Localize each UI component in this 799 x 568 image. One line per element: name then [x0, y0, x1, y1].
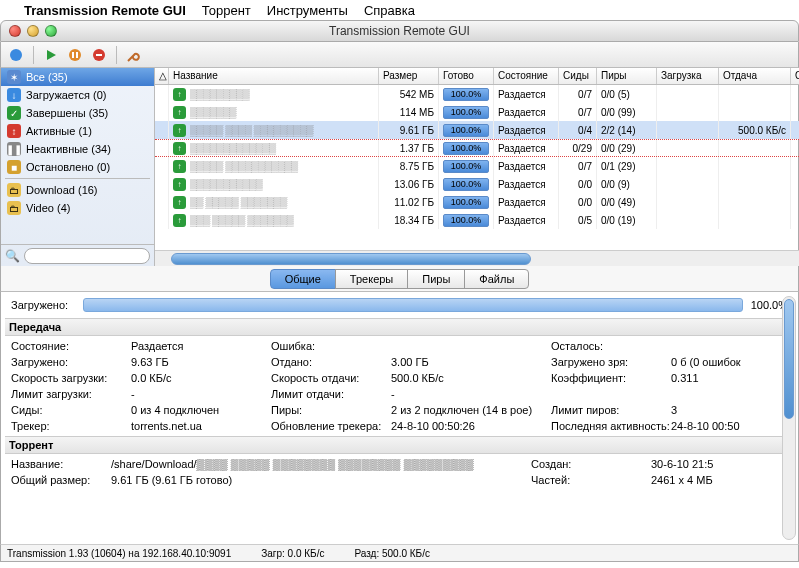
cell-size: 114 МБ [379, 103, 439, 121]
seed-icon: ↑ [173, 160, 186, 173]
cell-seeds: 0/7 [559, 85, 597, 103]
dllimit-v: - [131, 388, 135, 400]
col-sort[interactable]: △ [155, 68, 169, 84]
col-size[interactable]: Размер [379, 68, 439, 84]
state-value: Раздается [131, 340, 183, 352]
created-k: Создан: [531, 458, 651, 470]
column-headers: △ Название Размер Готово Состояние Сиды … [155, 68, 799, 85]
lastact-v: 24-8-10 00:50 [671, 420, 740, 432]
torrent-name: ▒▒▒▒▒ ▒▒▒▒ ▒▒▒▒▒▒▒▒▒ [190, 125, 313, 136]
sidebar-filter[interactable]: ❚❚Неактивные (34) [1, 140, 154, 158]
cell-ul: 500.0 КБ/с [719, 121, 791, 139]
folder-icon: 🗀 [7, 201, 21, 215]
seed-icon: ↑ [173, 106, 186, 119]
ratio-k: Коэффициент: [551, 372, 671, 384]
horizontal-scrollbar[interactable] [155, 250, 799, 266]
cell-peers: 0/0 (99) [597, 103, 657, 121]
svg-marker-1 [47, 50, 56, 60]
svg-rect-4 [76, 52, 78, 58]
state-label: Состояние: [11, 340, 131, 352]
menu-help[interactable]: Справка [364, 3, 415, 18]
seed-icon: ↑ [173, 124, 186, 137]
table-row[interactable]: ↑▒▒▒ ▒▒▒▒▒ ▒▒▒▒▒▒▒ 18.34 ГБ 100.0% Разда… [155, 211, 799, 229]
remove-icon[interactable] [90, 46, 108, 64]
dllimit-k: Лимит загрузки: [11, 388, 131, 400]
ulspeed-v: 500.0 КБ/с [391, 372, 444, 384]
menu-tools[interactable]: Инструменты [267, 3, 348, 18]
col-done[interactable]: Готово [439, 68, 494, 84]
tab-files[interactable]: Файлы [464, 269, 529, 289]
table-row[interactable]: ↑▒▒▒▒▒▒▒▒▒▒▒ 13.06 ГБ 100.0% Раздается 0… [155, 175, 799, 193]
tab-general[interactable]: Общие [270, 269, 336, 289]
sidebar-filter[interactable]: ■Остановлено (0) [1, 158, 154, 176]
seed-icon: ↑ [173, 178, 186, 191]
table-row[interactable]: ↑▒▒ ▒▒▒▒▒ ▒▒▒▒▒▒▒ 11.02 ГБ 100.0% Раздае… [155, 193, 799, 211]
lastact-k: Последняя активность: [551, 420, 671, 432]
table-row[interactable]: ↑▒▒▒▒▒ ▒▒▒▒▒▒▒▒▒▒▒ 8.75 ГБ 100.0% Раздае… [155, 157, 799, 175]
filter-icon: ↓ [7, 88, 21, 102]
cell-peers: 0/0 (49) [597, 193, 657, 211]
cell-dl [657, 157, 719, 175]
play-icon[interactable] [42, 46, 60, 64]
downloaded-k: Загружено: [11, 356, 131, 368]
uploaded-v: 3.00 ГБ [391, 356, 429, 368]
sidebar: ✶Все (35)↓Загружается (0)✓Завершены (35)… [1, 68, 155, 266]
cell-ul [719, 193, 791, 211]
section-transfer: Передача [5, 318, 794, 336]
connect-icon[interactable] [7, 46, 25, 64]
cell-done: 100.0% [439, 193, 494, 211]
separator [116, 46, 117, 64]
torrent-name: ▒▒▒▒▒▒▒▒▒▒▒ [190, 179, 262, 190]
menu-torrent[interactable]: Торрент [202, 3, 251, 18]
seeds-k: Сиды: [11, 404, 131, 416]
cell-dl [657, 175, 719, 193]
sidebar-filter[interactable]: ✓Завершены (35) [1, 104, 154, 122]
window-title: Transmission Remote GUI [1, 24, 798, 38]
search-input[interactable] [24, 248, 150, 264]
seed-icon: ↑ [173, 88, 186, 101]
col-upload[interactable]: Отдача [719, 68, 791, 84]
table-row[interactable]: ↑▒▒▒▒▒▒▒▒▒▒▒▒▒ 1.37 ГБ 100.0% Раздается … [155, 139, 799, 157]
cell-state: Раздается [494, 140, 559, 156]
cell-size: 13.06 ГБ [379, 175, 439, 193]
cell-seeds: 0/7 [559, 157, 597, 175]
pause-icon[interactable] [66, 46, 84, 64]
peers-k: Пиры: [271, 404, 391, 416]
cell-peers: 0/0 (5) [597, 85, 657, 103]
table-row[interactable]: ↑▒▒▒▒▒ ▒▒▒▒ ▒▒▒▒▒▒▒▒▒ 9.61 ГБ 100.0% Раз… [155, 121, 799, 139]
col-peers[interactable]: Пиры [597, 68, 657, 84]
details-panel: Загружено: 100.0% Передача Состояние:Раз… [0, 292, 799, 544]
tab-peers[interactable]: Пиры [407, 269, 465, 289]
totsize-v: 9.61 ГБ (9.61 ГБ готово) [111, 474, 232, 486]
col-extra[interactable]: О [791, 68, 799, 84]
sidebar-filter[interactable]: ↕Активные (1) [1, 122, 154, 140]
cell-seeds: 0/5 [559, 211, 597, 229]
sidebar-folder[interactable]: 🗀Video (4) [1, 199, 154, 217]
cell-ul [719, 103, 791, 121]
filter-icon: ❚❚ [7, 142, 21, 156]
table-row[interactable]: ↑▒▒▒▒▒▒▒▒▒ 542 МБ 100.0% Раздается 0/7 0… [155, 85, 799, 103]
col-seeds[interactable]: Сиды [559, 68, 597, 84]
table-row[interactable]: ↑▒▒▒▒▒▒▒ 114 МБ 100.0% Раздается 0/7 0/0… [155, 103, 799, 121]
col-state[interactable]: Состояние [494, 68, 559, 84]
system-menubar: Transmission Remote GUI Торрент Инструме… [0, 0, 799, 20]
vertical-scrollbar[interactable] [782, 296, 796, 540]
sidebar-folder[interactable]: 🗀Download (16) [1, 181, 154, 199]
wrench-icon[interactable] [125, 46, 143, 64]
tab-trackers[interactable]: Трекеры [335, 269, 408, 289]
ullimit-v: - [391, 388, 395, 400]
seed-icon: ↑ [173, 214, 186, 227]
cell-done: 100.0% [439, 140, 494, 156]
app-menu[interactable]: Transmission Remote GUI [24, 3, 186, 18]
col-download[interactable]: Загрузка [657, 68, 719, 84]
svg-rect-6 [96, 54, 102, 56]
cell-size: 542 МБ [379, 85, 439, 103]
sidebar-filter[interactable]: ✶Все (35) [1, 68, 154, 86]
sidebar-filter[interactable]: ↓Загружается (0) [1, 86, 154, 104]
col-name[interactable]: Название [169, 68, 379, 84]
cell-ul [719, 85, 791, 103]
tracker-k: Трекер: [11, 420, 131, 432]
status-connection: Transmission 1.93 (10604) на 192.168.40.… [7, 548, 231, 559]
totsize-k: Общий размер: [11, 474, 111, 486]
torrent-name: ▒▒▒▒▒▒▒▒▒▒▒▒▒ [190, 143, 276, 154]
